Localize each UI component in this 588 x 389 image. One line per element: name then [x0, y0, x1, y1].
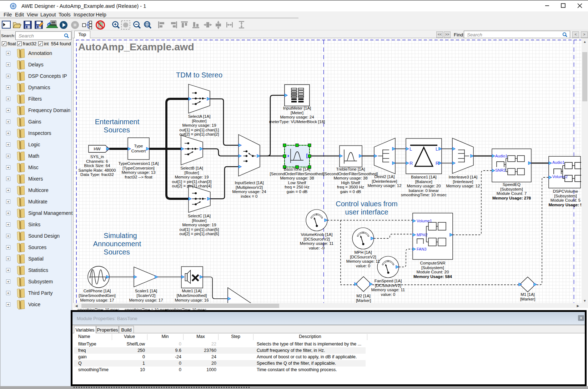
svg-text:Entertainment: Entertainment: [95, 118, 140, 126]
svg-text:[Meter]: [Meter]: [291, 111, 303, 115]
svg-text:SelectB [1A]: SelectB [1A]: [180, 166, 203, 170]
svg-text:Memory usage: 16: Memory usage: 16: [175, 298, 208, 302]
svg-text:[Router]: [Router]: [185, 171, 199, 175]
svg-text:index = 0: index = 0: [241, 194, 258, 198]
svg-text:FAN3: FAN3: [417, 247, 427, 251]
svg-text:out[2] = pin[1].chan[4]: out[2] = pin[1].chan[4]: [172, 184, 212, 188]
svg-text:[DCSourceV2]: [DCSourceV2]: [350, 255, 376, 259]
svg-text:Memory usage: 19: Memory usage: 19: [175, 175, 208, 179]
svg-text:out[1] = pin[1].chan[1]: out[1] = pin[1].chan[1]: [180, 128, 219, 132]
svg-text:Module Count: 5: Module Count: 5: [551, 198, 581, 202]
svg-text:out[2] = pin[1].chan[2]: out[2] = pin[1].chan[2]: [180, 132, 219, 136]
svg-text:HW: HW: [94, 147, 100, 151]
svg-text:TrebleTone [1A]: TrebleTone [1A]: [336, 167, 365, 171]
svg-text:Memory usage: 38: Memory usage: 38: [280, 176, 314, 180]
svg-text:[Marker]: [Marker]: [356, 298, 371, 303]
svg-text:value: -9: value: -9: [309, 246, 325, 250]
svg-text:Memory Usage: 278: Memory Usage: 278: [492, 196, 531, 200]
svg-text:Convert: Convert: [131, 149, 146, 153]
svg-text:Memory usage: 38: Memory usage: 38: [333, 176, 367, 180]
svg-text:Audio1: Audio1: [552, 160, 564, 165]
svg-text:M2 [1A]: M2 [1A]: [356, 294, 371, 298]
svg-text:fract32 --> float: fract32 --> float: [125, 175, 152, 179]
svg-text:Memory usage: 17: Memory usage: 17: [80, 298, 114, 302]
svg-text:R: R: [409, 161, 413, 166]
svg-text:MPH2: MPH2: [417, 233, 428, 237]
svg-text:InputSelect [1A]: InputSelect [1A]: [235, 181, 263, 185]
svg-text:Low Shelf: Low Shelf: [288, 181, 306, 185]
svg-text:out[2] = pin[1].chan[6]: out[2] = pin[1].chan[6]: [180, 232, 219, 236]
svg-text:Memory usage: 11: Memory usage: 11: [346, 259, 380, 263]
svg-text:Sources: Sources: [104, 126, 130, 134]
svg-text:out[1] = pin[1].chan[5]: out[1] = pin[1].chan[5]: [180, 227, 219, 232]
svg-text:MPH [1A]: MPH [1A]: [354, 250, 372, 254]
svg-text:Module Count: 7: Module Count: 7: [497, 191, 527, 196]
svg-text:Memory usage: 24: Memory usage: 24: [280, 115, 314, 119]
svg-text:freq = 250 Hz: freq = 250 Hz: [285, 185, 310, 189]
svg-text:[Marker]: [Marker]: [520, 297, 535, 301]
svg-text:Memory usage: 19: Memory usage: 19: [182, 123, 216, 127]
svg-text:Block Size: 64: Block Size: 64: [84, 163, 110, 168]
svg-text:gain = 0 dB: gain = 0 dB: [287, 190, 308, 194]
svg-text:Memory Usage: 5: Memory Usage: 5: [548, 203, 581, 207]
svg-text:High Shelf: High Shelf: [341, 181, 360, 185]
svg-text:Interleave3 [1A]: Interleave3 [1A]: [449, 175, 478, 179]
svg-text:ComputeSNR: ComputeSNR: [420, 261, 446, 265]
svg-text:gain = 0 dB: gain = 0 dB: [340, 190, 361, 194]
svg-text:Scaler1 [1A]: Scaler1 [1A]: [135, 289, 157, 293]
svg-text:Memory Usage: 584: Memory Usage: 584: [413, 274, 452, 279]
svg-text:Memory usage: 13: Memory usage: 13: [121, 170, 155, 175]
svg-text:Deint2 [1A]: Deint2 [1A]: [375, 175, 395, 179]
svg-text:R: R: [436, 161, 439, 166]
svg-text:Sample Rate: 48000: Sample Rate: 48000: [79, 168, 116, 172]
svg-text:[SineSmoothedGen]: [SineSmoothedGen]: [79, 293, 116, 298]
svg-text:L: L: [409, 146, 412, 152]
svg-text:[Router]: [Router]: [192, 218, 207, 223]
svg-text:L: L: [436, 146, 438, 152]
svg-text:SelectC [1A]: SelectC [1A]: [188, 214, 211, 218]
svg-text:Channels: 6: Channels: 6: [86, 159, 108, 163]
svg-text:value: 0: value: 0: [356, 264, 370, 268]
svg-text:DSPCVolume: DSPCVolume: [553, 189, 578, 193]
svg-text:balance: 0 linear: balance: 0 linear: [409, 188, 439, 193]
svg-text:Sources: Sources: [104, 248, 130, 256]
svg-text:[Interleave]: [Interleave]: [453, 180, 473, 184]
svg-text:Memory usage: 11: Memory usage: 11: [371, 288, 405, 292]
svg-text:[MuteSmoothed]: [MuteSmoothed]: [177, 293, 207, 298]
svg-text:Memory usage: 11: Memory usage: 11: [300, 241, 333, 246]
svg-text:Balance1 [1A]: Balance1 [1A]: [411, 175, 437, 179]
svg-text:M1 [1A]: M1 [1A]: [521, 292, 535, 297]
svg-text:[SecondOrderFilterSmoothed]: [SecondOrderFilterSmoothed]: [323, 172, 378, 176]
svg-text:TDM to Stereo: TDM to Stereo: [176, 71, 222, 79]
svg-text:[Router]: [Router]: [192, 119, 207, 123]
svg-text:[Deinterleave]: [Deinterleave]: [372, 179, 397, 183]
svg-text:out[1] = pin[1].chan[3]: out[1] = pin[1].chan[3]: [172, 180, 212, 184]
svg-text:Module Count: 20: Module Count: 20: [417, 270, 449, 274]
svg-text:[TypeConversion]: [TypeConversion]: [122, 166, 155, 170]
svg-text:Mute1 [1A]: Mute1 [1A]: [182, 289, 202, 293]
svg-text:Memory usage: 12: Memory usage: 12: [446, 184, 480, 188]
svg-text:SpeedEQ: SpeedEQ: [503, 182, 521, 187]
svg-text:[DCSourceV2]: [DCSourceV2]: [375, 283, 401, 288]
svg-text:[SecondOrderFilterSmoothed]: [SecondOrderFilterSmoothed]: [270, 172, 325, 176]
svg-text:meterType: VUMeterBlock [18]: meterType: VUMeterBlock [18]: [269, 120, 325, 124]
svg-text:[ScalerV2]: [ScalerV2]: [136, 293, 155, 298]
svg-text:VolumeKnob [1A]: VolumeKnob [1A]: [301, 232, 333, 237]
svg-text:freq = 3500 Hz: freq = 3500 Hz: [337, 185, 364, 189]
svg-text:SYS_in: SYS_in: [90, 155, 104, 159]
svg-text:Memory usage: 12: Memory usage: 12: [367, 183, 401, 188]
svg-text:Type: Type: [134, 144, 143, 148]
svg-text:Memory usage: 24: Memory usage: 24: [232, 190, 266, 194]
svg-text:smoothingTime: 10 msec: smoothingTime: 10 msec: [401, 193, 447, 197]
svg-text:FanSpeed [1A]: FanSpeed [1A]: [375, 279, 402, 283]
svg-text:BassTone [1A]: BassTone [1A]: [284, 167, 310, 171]
svg-text:SelectA [1A]: SelectA [1A]: [188, 114, 211, 118]
svg-text:SNR2: SNR2: [495, 168, 506, 172]
svg-text:[Balance]: [Balance]: [415, 180, 432, 184]
svg-text:Memory usage: 20: Memory usage: 20: [407, 184, 441, 188]
svg-text:Memory usage: 17: Memory usage: 17: [129, 298, 163, 302]
svg-text:[Subsystem]: [Subsystem]: [500, 187, 523, 191]
svg-text:CellPhone [1A]: CellPhone [1A]: [84, 289, 111, 293]
svg-text:user interface: user interface: [345, 208, 388, 216]
svg-text:[MultiplexorV2]: [MultiplexorV2]: [236, 185, 263, 190]
